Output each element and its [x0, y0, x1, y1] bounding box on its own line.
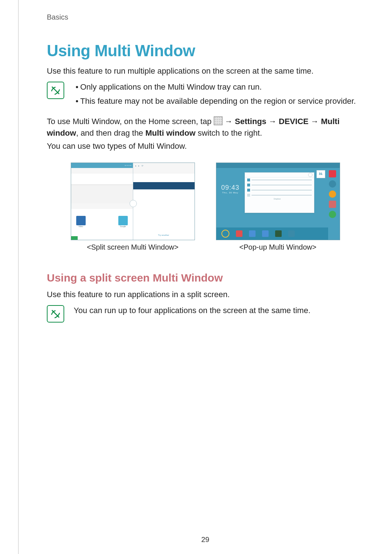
calendar-icon: 31	[317, 170, 325, 178]
split-handle-icon	[130, 200, 137, 207]
page-title: Using Multi Window	[47, 42, 364, 60]
browser-icon	[329, 190, 336, 198]
intro-text: Use this feature to run multiple applica…	[47, 66, 364, 77]
figure-split-screen: ▪▪▪▪ Video Google ◂▸⟳ Try	[71, 163, 195, 240]
note1-item0: Only applications on the Multi Window tr…	[80, 81, 262, 93]
figures-row: ▪▪▪▪ Video Google ◂▸⟳ Try	[47, 163, 364, 251]
settings-icon	[329, 180, 336, 188]
sub-intro: Use this feature to run applications in …	[47, 289, 364, 300]
figure-popup: 09:43 Thu, 30 May 31 Dropbox	[216, 163, 340, 240]
note2-text: You can run up to four applications on t…	[74, 306, 310, 315]
side-icon	[329, 201, 336, 208]
types-line: You can use two types of Multi Window.	[47, 141, 364, 152]
figure-split-caption: <Split screen Multi Window>	[87, 243, 178, 251]
note-block-2: You can run up to four applications on t…	[47, 304, 364, 323]
instruction-text: To use Multi Window, on the Home screen,…	[47, 116, 364, 139]
music-icon	[221, 230, 229, 238]
figure-popup-caption: <Pop-up Multi Window>	[239, 243, 316, 251]
side-icon	[329, 211, 336, 218]
subheading: Using a split screen Multi Window	[47, 272, 364, 284]
apps-grid-icon	[214, 116, 222, 125]
note-block-1: •Only applications on the Multi Window t…	[47, 81, 364, 109]
side-icon	[329, 170, 336, 177]
note-icon	[47, 305, 64, 323]
note-icon	[47, 82, 64, 99]
note1-item1: This feature may not be available depend…	[80, 95, 356, 107]
page-number: 29	[19, 535, 392, 544]
breadcrumb: Basics	[47, 13, 364, 21]
